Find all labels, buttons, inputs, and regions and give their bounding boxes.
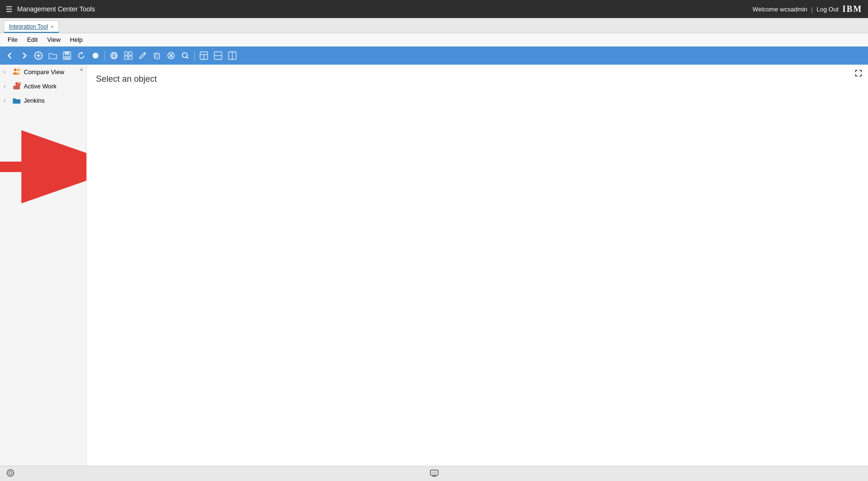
copy-button[interactable] xyxy=(151,49,163,62)
welcome-text: Welcome wcsadmin xyxy=(753,6,807,13)
compare-view-icon xyxy=(12,67,21,76)
menu-bar: File Edit View Help xyxy=(0,33,868,47)
sidebar-item-active-work[interactable]: › Active Work xyxy=(0,79,86,93)
menu-help[interactable]: Help xyxy=(66,35,86,44)
separator: | xyxy=(811,6,812,13)
sidebar-item-jenkins[interactable]: › Jenkins xyxy=(0,93,86,107)
refresh-button[interactable] xyxy=(75,49,87,62)
hamburger-menu-icon[interactable]: ☰ xyxy=(6,5,12,14)
search-button[interactable] xyxy=(179,49,191,62)
sidebar-compare-view-label: Compare View xyxy=(24,68,64,76)
top-navigation-bar: ☰ Management Center Tools Welcome wcsadm… xyxy=(0,0,868,18)
main-area: × › Compare View › xyxy=(0,65,868,466)
toolbar-separator-1 xyxy=(105,51,105,60)
svg-rect-3 xyxy=(64,56,69,59)
top-bar-left: ☰ Management Center Tools xyxy=(6,5,95,14)
globe-button[interactable] xyxy=(108,49,120,62)
chevron-right-icon: › xyxy=(4,69,10,75)
status-bar xyxy=(0,466,868,481)
content-area: Select an object xyxy=(86,65,868,466)
layout-button-3[interactable] xyxy=(226,49,238,62)
record-button[interactable] xyxy=(89,49,102,62)
save-button[interactable] xyxy=(61,49,73,62)
ibm-logo: IBM xyxy=(842,4,862,14)
content-title: Select an object xyxy=(96,74,858,84)
menu-edit[interactable]: Edit xyxy=(23,35,41,44)
svg-point-14 xyxy=(182,53,187,58)
open-folder-button[interactable] xyxy=(47,49,59,62)
toolbar-separator-2 xyxy=(194,51,195,60)
active-work-icon xyxy=(12,82,21,90)
sidebar-item-compare-view[interactable]: › Compare View xyxy=(0,65,86,79)
chevron-right-icon-2: › xyxy=(4,84,10,89)
svg-point-19 xyxy=(17,68,20,71)
forward-button[interactable] xyxy=(18,49,30,62)
menu-view[interactable]: View xyxy=(43,35,64,44)
svg-rect-9 xyxy=(124,56,128,59)
status-icon-1[interactable] xyxy=(6,468,15,479)
chevron-right-icon-3: › xyxy=(4,98,10,103)
tab-integration-tool[interactable]: Integration Tool × xyxy=(4,20,59,33)
edit-button[interactable] xyxy=(136,49,149,62)
svg-rect-7 xyxy=(124,52,128,55)
svg-point-23 xyxy=(7,470,14,476)
top-bar-right: Welcome wcsadmin | Log Out IBM xyxy=(753,4,862,14)
app-title: Management Center Tools xyxy=(17,5,95,13)
expand-button[interactable] xyxy=(854,68,863,79)
svg-point-18 xyxy=(14,68,17,71)
svg-rect-26 xyxy=(432,471,437,474)
svg-point-24 xyxy=(9,471,12,474)
sidebar-close-button[interactable]: × xyxy=(80,67,83,73)
svg-rect-2 xyxy=(65,52,69,55)
sidebar: × › Compare View › xyxy=(0,65,86,466)
toolbar xyxy=(0,47,868,65)
sidebar-active-work-label: Active Work xyxy=(24,83,57,90)
sidebar-jenkins-label: Jenkins xyxy=(24,97,45,104)
tab-label: Integration Tool xyxy=(9,23,48,30)
layout-button-2[interactable] xyxy=(212,49,224,62)
svg-point-4 xyxy=(93,53,98,58)
layout-button-1[interactable] xyxy=(198,49,210,62)
status-icon-2[interactable] xyxy=(429,468,439,479)
add-button[interactable] xyxy=(32,49,45,62)
logout-link[interactable]: Log Out xyxy=(817,6,839,13)
tab-bar: Integration Tool × xyxy=(0,18,868,33)
jenkins-folder-icon xyxy=(12,96,21,105)
tab-close-button[interactable]: × xyxy=(51,24,54,29)
svg-rect-8 xyxy=(129,52,132,55)
svg-rect-12 xyxy=(153,52,158,58)
grid-button[interactable] xyxy=(122,49,134,62)
svg-rect-10 xyxy=(129,56,132,59)
cancel-button[interactable] xyxy=(165,49,177,62)
menu-file[interactable]: File xyxy=(4,35,21,44)
back-button[interactable] xyxy=(4,49,16,62)
